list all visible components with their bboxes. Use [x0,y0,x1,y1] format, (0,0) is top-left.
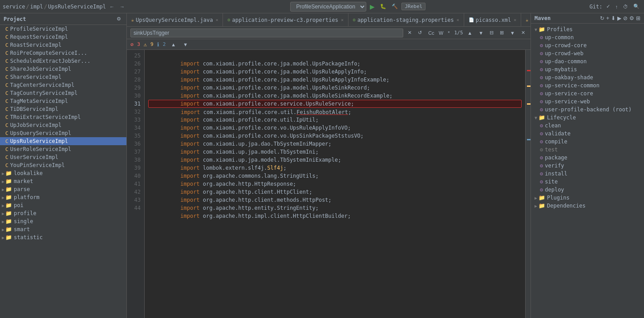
maven-lifecycle-compile[interactable]: ⚙ compile [531,138,644,146]
sidebar-item-scheduledextract[interactable]: C ScheduledExtractJobSer... [0,57,126,65]
sidebar-item-roastserviceimpl[interactable]: C RoastServiceImpl [0,41,126,49]
code-content[interactable]: import com.xiaomi.profile.core.jpa.model… [145,50,525,318]
folder-smart[interactable]: ▶ 📁 smart [0,225,126,233]
maven-lifecycle-package[interactable]: ⚙ package [531,154,644,162]
tab-app-preview[interactable]: ⚙ application-preview-c3.properties ✕ [223,13,348,27]
maven-profile-up-service-web[interactable]: ⚙ up-service-web [531,98,644,106]
folder-lookalike[interactable]: ▶ 📁 lookalike [0,169,126,177]
search-filter-button[interactable]: ▼ [508,29,517,37]
tab-close-button[interactable]: ✕ [341,17,344,22]
sidebar-item-roiprecomputeservice[interactable]: C RoiPreComputeServiceI... [0,49,126,57]
maven-profile-up-crowd-core[interactable]: ⚙ up-crowd-core [531,41,644,49]
maven-lifecycle-validate[interactable]: ⚙ validate [531,130,644,138]
sidebar-item-shareserviceimpl[interactable]: C ShareServiceImpl [0,73,126,81]
maven-profile-up-dao-common[interactable]: ⚙ up-dao-common [531,57,644,65]
folder-arrow: ▶ [2,187,4,192]
search-clear-button[interactable]: ✕ [406,29,413,37]
breadcrumb-service[interactable]: service [3,4,25,10]
maven-section-dependencies[interactable]: ▶ 📁 Dependencies [531,202,644,210]
maven-skip-tests-button[interactable]: ⊘ [623,15,628,21]
folder-market[interactable]: ▶ 📁 market [0,177,126,185]
tab-close-button[interactable]: ✕ [457,17,459,22]
folder-parse[interactable]: ▶ 📁 parse [0,185,126,193]
search-expand-button[interactable]: ⊟ [488,29,495,37]
folder-profile[interactable]: ▶ 📁 profile [0,209,126,217]
sidebar-item-youpinserviceimpl[interactable]: C YouPinServiceImpl [0,161,126,169]
sidebar-item-sharejobserviceimpl[interactable]: C ShareJobServiceImpl [0,65,126,73]
maven-lifecycle-test[interactable]: ⚙ test [531,146,644,154]
sidebar-item-troiextractserviceimpl[interactable]: C TRoiExtractServiceImpl [0,113,126,121]
maven-profile-up-common[interactable]: ⚙ up-common [531,33,644,41]
maven-section-profiles[interactable]: ▼ 📁 Profiles [531,25,644,33]
maven-lifecycle-install[interactable]: ⚙ install [531,170,644,178]
folder-platform[interactable]: ▶ 📁 platform [0,193,126,201]
forward-button[interactable]: → [118,3,126,10]
sidebar-settings[interactable]: ⚙ [115,15,123,23]
maven-download-button[interactable]: ⬇ [611,15,616,21]
folder-single[interactable]: ▶ 📁 single [0,217,126,225]
folder-poi[interactable]: ▶ 📁 poi [0,201,126,209]
maven-add-button[interactable]: + [606,15,609,21]
maven-profile-user-profile-backend[interactable]: ⚙ user-profile-backend (root) [531,106,644,114]
git-history-button[interactable]: ⏱ [621,3,630,10]
search-prev-button[interactable]: ▲ [466,29,474,37]
tab-app-staging[interactable]: ⚙ application-staging.properties ✕ [348,13,464,27]
maven-run-button[interactable]: ▶ [617,15,621,21]
sidebar-item-upjobserviceimpl[interactable]: C UpJobServiceImpl [0,121,126,129]
info-count: 2 [163,41,166,47]
maven-profile-up-crowd-web[interactable]: ⚙ up-crowd-web [531,49,644,57]
maven-profile-up-oakbay-shade[interactable]: ⚙ up-oakbay-shade [531,73,644,82]
sidebar-item-requestserviceimpl[interactable]: C RequestServiceImpl [0,33,126,41]
search-word-button[interactable]: W [437,29,445,37]
git-push-button[interactable]: ↑ [614,3,620,10]
search-everywhere-button[interactable]: 🔍 [632,3,641,10]
sidebar-item-label: UpJobServiceImpl [10,122,62,128]
tab-upsqueryserviceimpl[interactable]: ☕ UpsQueryServiceImpl.java ✕ [127,13,223,27]
search-next-button[interactable]: ▼ [477,29,485,37]
error-nav-down[interactable]: ▼ [181,41,190,48]
maven-profile-up-service-common[interactable]: ⚙ up-service-common [531,82,644,90]
sidebar-item-profileserviceimpl[interactable]: C ProfileServiceImpl [0,25,126,33]
sidebar-item-upsqueryserviceimpl[interactable]: C UpsQueryServiceImpl [0,129,126,137]
breadcrumb-impl[interactable]: impl [30,4,43,10]
debug-button[interactable]: 🐛 [378,3,388,10]
maven-profile-up-mybatis[interactable]: ⚙ up-mybatis [531,65,644,73]
search-options2-button[interactable]: ⊞ [498,29,506,37]
search-close-button[interactable]: ✕ [519,29,527,37]
search-replace-button[interactable]: ↺ [416,29,424,37]
sidebar-item-tagmetaserviceimpl[interactable]: C TagMetaServiceImpl [0,97,126,105]
maven-profile-up-service-core[interactable]: ⚙ up-service-core [531,90,644,98]
left-sidebar: Project ⚙ C ProfileServiceImpl C Request… [0,13,127,318]
git-check-button[interactable]: ✓ [604,3,612,10]
tab-profilev4controller[interactable]: ☕ ProfileV4Controller.java ✕ [521,13,531,27]
sidebar-item-userroleserviceimpl[interactable]: C UserRoleServiceImpl [0,145,126,153]
folder-statistic[interactable]: ▶ 📁 statistic [0,233,126,241]
maven-expand-button[interactable]: ⊞ [636,15,640,21]
maven-section-plugins[interactable]: ▶ 📁 Plugins [531,194,644,202]
maven-lifecycle-verify[interactable]: ⚙ verify [531,162,644,170]
maven-refresh-button[interactable]: ↻ [600,15,604,21]
search-regex-button[interactable]: * [446,29,451,37]
maven-lifecycle-clean[interactable]: ⚙ clean [531,122,644,130]
error-nav-up[interactable]: ▲ [169,41,178,48]
maven-lifecycle-site[interactable]: ⚙ site [531,178,644,186]
breadcrumb-class[interactable]: UpsRuleServiceImpl [48,4,106,10]
build-button[interactable]: 🔨 [390,3,400,10]
search-input[interactable] [130,29,403,37]
sidebar-item-tagcenterserviceimpl[interactable]: C TagCenterServiceImpl [0,81,126,89]
sidebar-item-upsruleserviceimpl[interactable]: C UpsRuleServiceImpl [0,137,126,145]
maven-section-lifecycle[interactable]: ▼ 📁 Lifecycle [531,114,644,122]
tab-close-button[interactable]: ✕ [514,17,516,22]
folder-arrow: ▶ [2,179,4,184]
tab-close-button[interactable]: ✕ [215,17,218,22]
sidebar-item-tagcountryserviceimpl[interactable]: C TagCountryServiceImpl [0,89,126,97]
back-button[interactable]: ← [108,3,116,10]
maven-settings-button[interactable]: ⚙ [629,15,634,21]
search-case-button[interactable]: Cc [426,29,436,37]
run-button[interactable]: ▶ [368,2,377,11]
sidebar-item-tidbserviceimpl[interactable]: C TiDBServiceImpl [0,105,126,113]
sidebar-item-userserviceimpl[interactable]: C UserServiceImpl [0,153,126,161]
profile-dropdown[interactable]: ProfileServiceApplication [290,2,366,12]
maven-lifecycle-deploy[interactable]: ⚙ deploy [531,186,644,194]
tab-picasso[interactable]: 📄 picasso.xml ✕ [464,13,522,27]
